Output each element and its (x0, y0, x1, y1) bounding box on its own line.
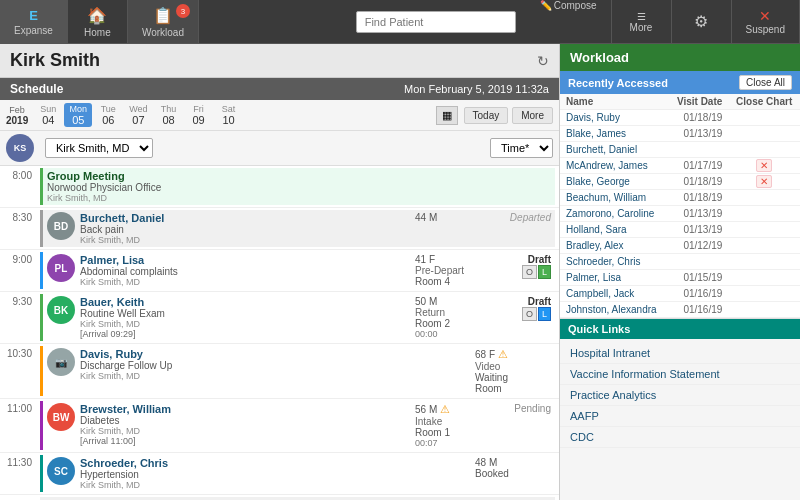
patient-name-cell[interactable]: Blake, James (560, 126, 668, 142)
patient-name-cell[interactable]: Davis, Ruby (560, 110, 668, 126)
age-palmer: 41 F (415, 254, 435, 265)
quick-link-item[interactable]: CDC (560, 427, 800, 448)
find-patient-input[interactable] (356, 11, 516, 33)
day-05: 05 (72, 114, 84, 126)
patient-name-cell[interactable]: Schroeder, Chris (560, 254, 668, 270)
table-row: Holland, Sara 01/13/19 (560, 222, 800, 238)
close-x-btn[interactable]: ✕ (756, 159, 772, 172)
close-chart-cell (728, 270, 800, 286)
name-bauer: Bauer, Keith (80, 296, 411, 308)
provider-schroeder: Kirk Smith, MD (80, 480, 471, 490)
close-chart-cell (728, 206, 800, 222)
close-chart-cell[interactable]: ✕ (728, 174, 800, 190)
table-row: Campbell, Jack 01/16/19 (560, 286, 800, 302)
pending-brewster: Pending (514, 403, 551, 414)
badge-palmer: O L (522, 265, 551, 279)
quick-link-item[interactable]: Practice Analytics (560, 385, 800, 406)
top-nav: E Expanse 🏠 Home 📋 3 Workload ✏️ Compose… (0, 0, 800, 44)
appt-group-meeting[interactable]: Group Meeting Norwood Physician Office K… (40, 168, 555, 205)
recently-accessed-section: Recently Accessed Close All Name Visit D… (560, 71, 800, 319)
nav-workload-label: Workload (142, 27, 184, 38)
quick-link-item[interactable]: AAFP (560, 406, 800, 427)
nav-settings[interactable]: ⚙ (672, 0, 732, 43)
time-select[interactable]: Time* (490, 138, 553, 158)
today-button[interactable]: Today (464, 107, 509, 124)
home-icon: 🏠 (87, 6, 107, 25)
slot-content-900: PL Palmer, Lisa Abdominal complaints Kir… (36, 250, 559, 291)
age-schroeder: 48 M (475, 457, 497, 468)
time-800: 8:00 (0, 166, 36, 207)
nav-home-label: Home (84, 27, 111, 38)
view-toggle-btn[interactable]: ▦ (436, 106, 458, 125)
close-chart-cell[interactable]: ✕ (728, 158, 800, 174)
nav-expanse[interactable]: E Expanse (0, 0, 68, 43)
nav-more[interactable]: ☰ More (612, 0, 672, 43)
visit-date-cell: 01/13/19 (668, 206, 728, 222)
wait-bauer: 00:00 (415, 329, 438, 339)
nav-workload[interactable]: 📋 3 Workload (128, 0, 199, 43)
close-all-button[interactable]: Close All (739, 75, 792, 90)
provider-avatar: KS (6, 134, 34, 162)
close-chart-cell (728, 286, 800, 302)
status-brewster: Intake (415, 416, 442, 427)
patient-name-cell[interactable]: Johnston, Alexandra (560, 302, 668, 318)
refresh-icon[interactable]: ↻ (537, 53, 549, 69)
schedule-panel: Kirk Smith ↻ Schedule Mon February 5, 20… (0, 44, 560, 500)
appt-palmer[interactable]: PL Palmer, Lisa Abdominal complaints Kir… (40, 252, 555, 289)
patient-name-cell[interactable]: Campbell, Jack (560, 286, 668, 302)
patient-name-cell[interactable]: McAndrew, James (560, 158, 668, 174)
time-900: 9:00 (0, 250, 36, 291)
status-bauer: Return (415, 307, 445, 318)
appt-brewster[interactable]: BW Brewster, William Diabetes Kirk Smith… (40, 401, 555, 450)
quick-link-item[interactable]: Hospital Intranet (560, 343, 800, 364)
day-06: 06 (102, 114, 114, 126)
dow-thu: Thu (161, 104, 177, 114)
patient-name-cell[interactable]: Palmer, Lisa (560, 270, 668, 286)
table-row: Palmer, Lisa 01/15/19 (560, 270, 800, 286)
patient-name-cell[interactable]: Beachum, William (560, 190, 668, 206)
nav-spacer (199, 0, 346, 43)
close-chart-cell (728, 190, 800, 206)
info-davis: Davis, Ruby Discharge Follow Up Kirk Smi… (80, 348, 471, 381)
ra-table: Name Visit Date Close Chart Davis, Ruby … (560, 94, 800, 318)
patient-name-cell[interactable]: Zamorono, Caroline (560, 206, 668, 222)
dow-mon: Mon (69, 104, 87, 114)
time-930: 9:30 (0, 292, 36, 343)
avatar-burchett: BD (47, 212, 75, 240)
schedule-body: 8:00 Group Meeting Norwood Physician Off… (0, 166, 559, 500)
middle-burchett: 44 M (411, 212, 491, 223)
name-palmer: Palmer, Lisa (80, 254, 411, 266)
appt-davis[interactable]: 📷 Davis, Ruby Discharge Follow Up Kirk S… (40, 346, 555, 396)
close-x-btn[interactable]: ✕ (756, 175, 772, 188)
appt-burchett[interactable]: BD Burchett, Daniel Back pain Kirk Smith… (40, 210, 555, 247)
patient-name-cell[interactable]: Bradley, Alex (560, 238, 668, 254)
date-wed[interactable]: Wed 07 (124, 103, 152, 127)
appt-bauer[interactable]: BK Bauer, Keith Routine Well Exam Kirk S… (40, 294, 555, 341)
nav-compose[interactable]: ✏️ Compose (526, 0, 612, 43)
date-mon[interactable]: Mon 05 (64, 103, 92, 127)
date-fri[interactable]: Fri 09 (185, 103, 213, 127)
nav-suspend[interactable]: ✕ Suspend (732, 0, 800, 43)
badge-bauer: O L (522, 307, 551, 321)
name-schroeder: Schroeder, Chris (80, 457, 471, 469)
table-row: McAndrew, James 01/17/19 ✕ (560, 158, 800, 174)
nav-home[interactable]: 🏠 Home (68, 0, 128, 43)
appt-schroeder[interactable]: SC Schroeder, Chris Hypertension Kirk Sm… (40, 455, 555, 492)
suspend-icon: ✕ (759, 8, 771, 24)
quick-link-item[interactable]: Vaccine Information Statement (560, 364, 800, 385)
slot-content-1130: SC Schroeder, Chris Hypertension Kirk Sm… (36, 453, 559, 494)
col-visit-date: Visit Date (668, 94, 728, 110)
table-row: Beachum, William 01/18/19 (560, 190, 800, 206)
expanse-icon: E (29, 8, 38, 23)
middle-brewster: 56 M ⚠ Intake Room 1 00:07 (411, 403, 491, 448)
more-button[interactable]: More (512, 107, 553, 124)
provider-brewster: Kirk Smith, MD (80, 426, 411, 436)
provider-select[interactable]: Kirk Smith, MD (45, 138, 153, 158)
date-sat[interactable]: Sat 10 (215, 103, 243, 127)
patient-name-cell[interactable]: Blake, George (560, 174, 668, 190)
patient-name-cell[interactable]: Burchett, Daniel (560, 142, 668, 158)
patient-name-cell[interactable]: Holland, Sara (560, 222, 668, 238)
date-tue[interactable]: Tue 06 (94, 103, 122, 127)
date-sun[interactable]: Sun 04 (34, 103, 62, 127)
date-thu[interactable]: Thu 08 (155, 103, 183, 127)
